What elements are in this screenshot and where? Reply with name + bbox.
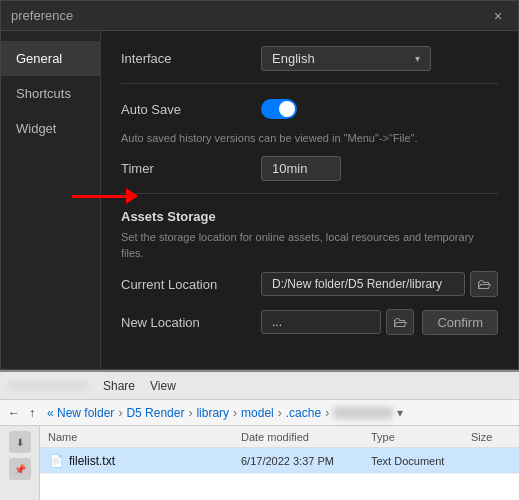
fb-column-headers: Name Date modified Type Size [40,426,519,448]
divider-2 [121,193,498,194]
fb-breadcrumb: ← ↑ « New folder › D5 Render › library ›… [0,400,519,426]
breadcrumb-dropdown-icon[interactable]: ▾ [397,406,403,420]
toggle-knob [279,101,295,117]
autosave-toggle-container [261,99,498,119]
fb-main-area: Name Date modified Type Size 📄 filelist.… [40,426,519,500]
fb-left-panel: ⬇ 📌 [0,426,40,500]
fb-view-menu[interactable]: View [150,379,176,393]
assets-section-title: Assets Storage [121,209,498,224]
new-location-label: New Location [121,315,261,330]
new-location-path[interactable]: ... [261,310,381,334]
breadcrumb-sep-4: › [325,406,329,420]
sidebar-label-shortcuts: Shortcuts [16,86,71,101]
breadcrumb-sep-3: › [278,406,282,420]
fb-body: ⬇ 📌 Name Date modified Type Size 📄 filel… [0,426,519,500]
assets-desc: Set the storage location for online asse… [121,230,498,261]
sidebar-item-widget[interactable]: Widget [1,111,100,146]
preference-window: preference × General Shortcuts Widget [0,0,519,370]
col-header-type[interactable]: Type [371,431,471,443]
breadcrumb-item-1[interactable]: D5 Render [126,406,184,420]
file-name: filelist.txt [69,454,241,468]
fb-share-menu[interactable]: Share [103,379,135,393]
file-icon: 📄 [48,453,64,469]
timer-value-container: 10min [261,156,498,181]
autosave-desc: Auto saved history versions can be viewe… [121,131,498,146]
breadcrumb-item-4[interactable]: .cache [286,406,321,420]
sidebar-item-shortcuts[interactable]: Shortcuts [1,76,100,111]
breadcrumb-sep-1: › [188,406,192,420]
col-header-size[interactable]: Size [471,431,511,443]
sidebar-label-general: General [16,51,62,66]
autosave-toggle[interactable] [261,99,297,119]
breadcrumb-sep-0: › [118,406,122,420]
sidebar-label-widget: Widget [16,121,56,136]
new-location-value: ... 🗁 Confirm [261,309,498,335]
confirm-button[interactable]: Confirm [422,310,498,335]
current-location-value: D:/New folder/D5 Render/library 🗁 [261,271,498,297]
current-location-label: Current Location [121,277,261,292]
breadcrumb-item-0[interactable]: « New folder [47,406,114,420]
interface-value: English ▾ [261,46,498,71]
new-location-row: New Location ... 🗁 Confirm [121,309,498,335]
main-panel: Interface English ▾ Auto Save [101,31,518,369]
file-type: Text Document [371,455,471,467]
table-row[interactable]: 📄 filelist.txt 6/17/2022 3:37 PM Text Do… [40,448,519,474]
sidebar: General Shortcuts Widget [1,31,101,369]
file-date: 6/17/2022 3:37 PM [241,455,371,467]
timer-input[interactable]: 10min [261,156,341,181]
current-location-row: Current Location D:/New folder/D5 Render… [121,271,498,297]
fb-app-title-blurred [8,381,88,391]
new-location-folder-button[interactable]: 🗁 [386,309,414,335]
col-header-name[interactable]: Name [48,431,241,443]
breadcrumb-item-3[interactable]: model [241,406,274,420]
folder-icon: 🗁 [477,276,491,292]
current-location-path: D:/New folder/D5 Render/library [261,272,465,296]
autosave-label: Auto Save [121,102,261,117]
divider-1 [121,83,498,84]
window-title: preference [11,8,73,23]
breadcrumb-blurred [333,407,393,419]
autosave-row: Auto Save [121,99,498,119]
current-location-folder-button[interactable]: 🗁 [470,271,498,297]
title-bar: preference × [1,1,518,31]
interface-dropdown[interactable]: English ▾ [261,46,431,71]
sidebar-item-general[interactable]: General [1,41,100,76]
folder-icon-2: 🗁 [393,314,407,330]
fb-left-icon-downloads[interactable]: ⬇ [9,431,31,453]
interface-row: Interface English ▾ [121,46,498,71]
close-button[interactable]: × [488,6,508,26]
interface-dropdown-value: English [272,51,315,66]
interface-label: Interface [121,51,261,66]
chevron-down-icon: ▾ [415,53,420,64]
fb-app-toolbar: Share View [0,372,519,400]
breadcrumb-sep-2: › [233,406,237,420]
nav-back-icon[interactable]: ← [8,406,20,420]
file-browser: Share View ← ↑ « New folder › D5 Render … [0,370,519,500]
fb-left-icon-pin[interactable]: 📌 [9,458,31,480]
col-header-date[interactable]: Date modified [241,431,371,443]
breadcrumb-item-2[interactable]: library [196,406,229,420]
timer-row: Timer 10min [121,156,498,181]
timer-label: Timer [121,161,261,176]
nav-up-icon[interactable]: ↑ [29,406,35,420]
pref-content: General Shortcuts Widget Interface Engli… [1,31,518,369]
